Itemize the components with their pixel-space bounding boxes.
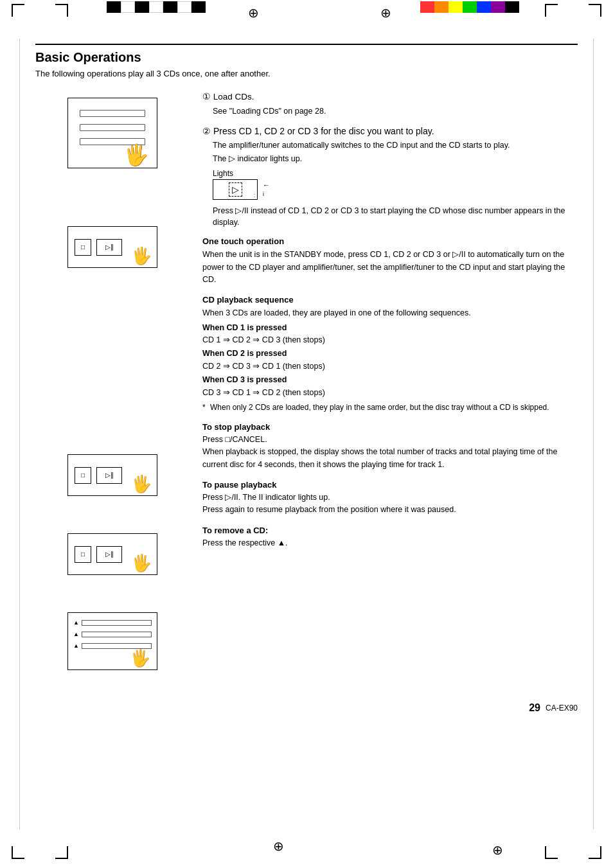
step-2-play-note: Press ▷/II instead of CD 1, CD 2 or CD 3… [213, 205, 578, 229]
corner-bracket-tr3 [576, 4, 601, 30]
cd1-seq: CD 1 ⇒ CD 2 ⇒ CD 3 (then stops) [202, 334, 578, 346]
button-panel-group-1: □ ▷‖ 🖐 [67, 226, 157, 268]
stop-playback-body: Press □/CANCEL. When playback is stopped… [202, 434, 578, 471]
section-subtitle: The following operations play all 3 CDs … [35, 69, 578, 78]
corner-bracket-br [42, 833, 68, 859]
cd3-label-text: When CD 3 is pressed [202, 375, 287, 384]
cd-playback-note: When only 2 CDs are loaded, they play in… [202, 402, 578, 413]
play-pause-button-icon: ▷‖ [96, 239, 122, 256]
page-number: 29 [529, 702, 540, 714]
hand-icon-4: 🖐 [131, 553, 152, 573]
step-2-number: ② [202, 126, 211, 136]
lights-label: Lights [213, 169, 578, 178]
stop-playback-section: To stop playback Press □/CANCEL. When pl… [202, 422, 578, 471]
stop-line2: When playback is stopped, the display sh… [202, 446, 578, 471]
one-touch-body: When the unit is in the STANDBY mode, pr… [202, 249, 578, 286]
button-panel-illustration-3: □ ▷‖ 🖐 [67, 533, 157, 575]
step-1-number: ① [202, 92, 211, 102]
crosshair-top-right: ⊕ [377, 4, 395, 22]
crosshair-bottom: ⊕ [269, 837, 287, 855]
pause-line1: Press ▷/II. The II indicator lights up. [202, 492, 578, 504]
step-2-detail2: The ▷ indicator lights up. [213, 153, 578, 165]
step-1-body: See "Loading CDs" on page 28. [213, 105, 578, 118]
side-line-right [593, 39, 594, 829]
lights-play-icon: ▷ [229, 182, 242, 197]
one-touch-section: One touch operation When the unit is in … [202, 236, 578, 286]
step-1: ① Load CDs. See "Loading CDs" on page 28… [202, 91, 578, 118]
hand-icon-5: 🖐 [130, 648, 150, 668]
corner-bracket-tr [42, 4, 68, 30]
cd2-seq: CD 2 ⇒ CD 3 ⇒ CD 1 (then stops) [202, 360, 578, 373]
lights-diagram: Lights ▷ ⁚ ← i [213, 169, 578, 200]
page-content: Basic Operations The following operation… [0, 31, 613, 689]
hand-icon-2: 🖐 [131, 246, 152, 266]
cd-eject-group: ▲ ▲ ▲ 🖐 [67, 612, 157, 670]
corner-bracket-tr2 [545, 4, 571, 30]
stop-playback-title: To stop playback [202, 422, 578, 432]
pause-line2: Press again to resume playback from the … [202, 504, 578, 516]
step-1-header: ① Load CDs. [202, 91, 578, 103]
top-bar: ⊕ ⊕ [0, 0, 613, 31]
remove-cd-body: Press the respective ▲. [202, 537, 578, 549]
corner-bracket-br2 [576, 833, 601, 859]
cd-loader-group: 🖐 [67, 98, 157, 168]
play-pause-button-3: ▷‖ [96, 546, 122, 563]
left-column: 🖐 □ ▷‖ 🖐 □ ▷‖ 🖐 [35, 91, 190, 670]
cd3-seq: CD 3 ⇒ CD 1 ⇒ CD 2 (then stops) [202, 387, 578, 399]
section-title: Basic Operations [35, 44, 578, 65]
button-panel-illustration-1: □ ▷‖ 🖐 [67, 226, 157, 268]
cd3-label: When CD 3 is pressed [202, 374, 578, 386]
side-line-left [19, 39, 20, 829]
corner-bracket-bl2 [545, 833, 571, 859]
cd1-label: When CD 1 is pressed [202, 322, 578, 334]
one-touch-title: One touch operation [202, 236, 578, 246]
button-panel-group-2: □ ▷‖ 🖐 [67, 454, 157, 496]
lights-box: ▷ ⁚ [213, 179, 258, 200]
stop-line1: Press □/CANCEL. [202, 434, 578, 446]
hand-icon-3: 🖐 [131, 474, 152, 494]
step-2-text: Press CD 1, CD 2 or CD 3 for the disc yo… [213, 126, 434, 136]
cd-loader-illustration: 🖐 [67, 98, 157, 168]
pause-playback-section: To pause playback Press ▷/II. The II ind… [202, 480, 578, 517]
cd2-label: When CD 2 is pressed [202, 348, 578, 360]
lights-pointer: ← i [263, 181, 270, 199]
step-2-detail: The amplifier/tuner automatically switch… [213, 139, 578, 152]
page-footer: 29 CA-EX90 [0, 696, 613, 720]
cd-playback-title: CD playback sequence [202, 295, 578, 305]
hand-icon: 🖐 [123, 145, 149, 165]
corner-bracket-bl [12, 833, 37, 859]
bottom-bar: ⊕ ⊕ [0, 831, 613, 862]
stop-button-3: □ [75, 546, 91, 563]
step-2-body: The amplifier/tuner automatically switch… [213, 139, 578, 165]
remove-cd-title: To remove a CD: [202, 526, 578, 535]
lights-dots: ⁚ [254, 193, 255, 198]
remove-cd-section: To remove a CD: Press the respective ▲. [202, 526, 578, 549]
cd1-label-text: When CD 1 is pressed [202, 323, 287, 332]
cd-playback-body: When 3 CDs are loaded, they are played i… [202, 307, 578, 413]
stop-button-icon: □ [75, 239, 91, 256]
stop-button-2: □ [75, 467, 91, 484]
lights-row: ▷ ⁚ ← i [213, 179, 578, 200]
step-1-text: Load CDs. [213, 92, 254, 102]
play-pause-button-2: ▷‖ [96, 467, 122, 484]
crosshair-top: ⊕ [244, 4, 262, 22]
remove-cd-line1: Press the respective ▲. [202, 537, 578, 549]
cd-playback-intro: When 3 CDs are loaded, they are played i… [202, 307, 578, 319]
step-2: ② Press CD 1, CD 2 or CD 3 for the disc … [202, 125, 578, 229]
step-2-header: ② Press CD 1, CD 2 or CD 3 for the disc … [202, 125, 578, 138]
corner-bracket-tl [12, 4, 37, 30]
right-column: ① Load CDs. See "Loading CDs" on page 28… [190, 91, 578, 670]
crosshair-bottom-right: ⊕ [488, 841, 506, 859]
pause-playback-title: To pause playback [202, 480, 578, 490]
main-layout: 🖐 □ ▷‖ 🖐 □ ▷‖ 🖐 [35, 91, 578, 670]
button-panel-group-3: □ ▷‖ 🖐 [67, 533, 157, 575]
cd-playback-section: CD playback sequence When 3 CDs are load… [202, 295, 578, 413]
button-panel-illustration-2: □ ▷‖ 🖐 [67, 454, 157, 496]
cd-eject-illustration: ▲ ▲ ▲ 🖐 [67, 612, 157, 670]
page-id: CA-EX90 [546, 704, 578, 713]
cd2-label-text: When CD 2 is pressed [202, 349, 287, 358]
pause-playback-body: Press ▷/II. The II indicator lights up. … [202, 492, 578, 517]
